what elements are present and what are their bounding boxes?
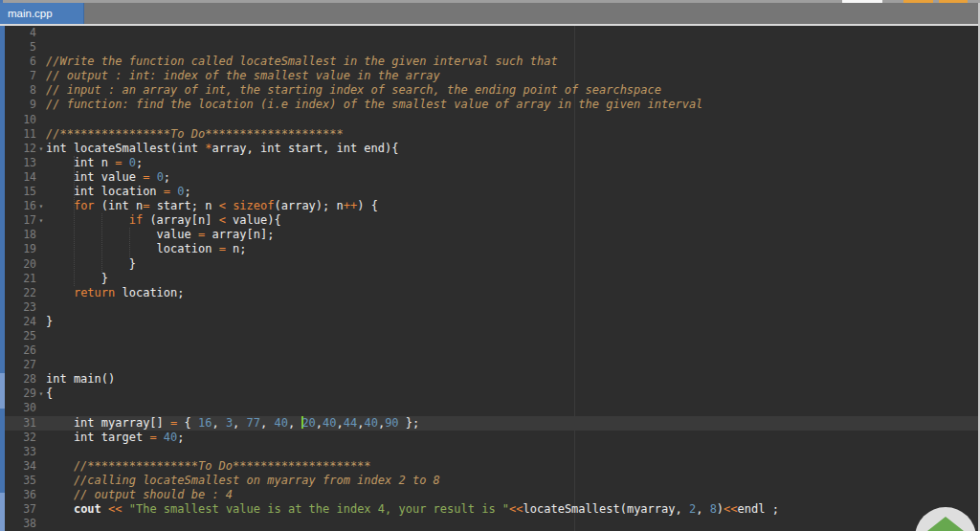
code-line[interactable]: 20 } xyxy=(0,257,978,272)
gutter: 12▾ xyxy=(0,142,46,156)
code-text: // output : int: index of the smallest v… xyxy=(46,69,440,83)
code-line[interactable]: 29▾{ xyxy=(0,387,978,401)
code-text: } xyxy=(46,272,108,286)
fold-spacer xyxy=(36,113,46,127)
code-line[interactable]: 16▾ for (int n= start; n < sizeof(array)… xyxy=(0,199,978,213)
code-line[interactable]: 22 return location; xyxy=(0,286,978,300)
line-number: 29 xyxy=(0,387,36,401)
code-text: int main() xyxy=(46,372,115,387)
gutter: 32 xyxy=(0,431,46,445)
code-line[interactable]: 4 xyxy=(0,26,978,40)
code-line[interactable]: 14 int value = 0; xyxy=(0,170,978,185)
line-number: 35 xyxy=(0,474,36,488)
code-line[interactable]: 15 int location = 0; xyxy=(0,185,978,199)
code-line[interactable]: 21 } xyxy=(0,272,978,286)
line-number: 22 xyxy=(0,286,36,300)
code-line[interactable]: 11//****************To Do***************… xyxy=(0,127,978,142)
line-number: 7 xyxy=(0,69,36,83)
code-line[interactable]: 9// function: find the location (i.e ind… xyxy=(0,98,978,112)
gutter: 18 xyxy=(0,228,46,242)
fold-spacer xyxy=(36,83,46,98)
line-number: 26 xyxy=(0,343,36,358)
line-number: 6 xyxy=(0,55,36,69)
fold-spacer xyxy=(36,315,46,329)
fold-spacer xyxy=(36,242,46,256)
gutter: 24 xyxy=(0,315,46,329)
fold-spacer xyxy=(36,488,46,502)
background-window-left-edge-segment xyxy=(0,493,5,531)
gutter: 33 xyxy=(0,445,46,459)
code-line[interactable]: 30 xyxy=(0,401,978,415)
fold-arrow-icon[interactable]: ▾ xyxy=(36,387,46,401)
code-line[interactable]: 12▾int locateSmallest(int *array, int st… xyxy=(0,142,978,156)
code-line[interactable]: 38 xyxy=(0,517,978,531)
code-text: value = array[n]; xyxy=(46,228,274,242)
line-number: 30 xyxy=(0,401,36,415)
code-text: cout << "The smallest value is at the in… xyxy=(46,502,779,517)
fold-spacer xyxy=(36,431,46,445)
fold-arrow-icon[interactable]: ▾ xyxy=(36,142,46,156)
code-line[interactable]: 32 int target = 40; xyxy=(0,431,978,445)
gutter: 25 xyxy=(0,329,46,343)
fold-spacer xyxy=(36,185,46,199)
code-line[interactable]: 6//Write the function called locateSmall… xyxy=(0,55,978,69)
tab-main-cpp[interactable]: main.cpp xyxy=(0,3,84,24)
gutter: 7 xyxy=(0,69,46,83)
code-line[interactable]: 10 xyxy=(0,113,978,127)
code-line[interactable]: 31 int myarray[] = { 16, 3, 77, 40, 20,4… xyxy=(0,416,978,431)
code-line[interactable]: 5 xyxy=(0,40,978,55)
gutter: 20 xyxy=(0,257,46,272)
code-text: location = n; xyxy=(46,242,247,256)
line-number: 4 xyxy=(0,26,36,40)
code-editor[interactable]: 456//Write the function called locateSma… xyxy=(0,26,978,531)
line-number: 16 xyxy=(0,199,36,213)
code-area[interactable]: 456//Write the function called locateSma… xyxy=(0,26,978,531)
gutter: 30 xyxy=(0,401,46,415)
code-line[interactable]: 26 xyxy=(0,343,978,358)
line-number: 33 xyxy=(0,445,36,459)
fold-spacer xyxy=(36,401,46,415)
fold-arrow-icon[interactable]: ▾ xyxy=(36,199,46,213)
code-line[interactable]: 27 xyxy=(0,358,978,372)
background-white-fragment xyxy=(842,0,882,3)
code-line[interactable]: 24} xyxy=(0,315,978,329)
code-text: //****************To Do*****************… xyxy=(46,127,344,142)
code-line[interactable]: 25 xyxy=(0,329,978,343)
gutter: 10 xyxy=(0,113,46,127)
line-number: 10 xyxy=(0,113,36,127)
code-line[interactable]: 36 // output should be : 4 xyxy=(0,488,978,502)
code-line[interactable]: 35 //calling locateSmallest on myarray f… xyxy=(0,474,978,488)
code-line[interactable]: 23 xyxy=(0,300,978,315)
gutter: 28 xyxy=(0,372,46,387)
gutter: 26 xyxy=(0,343,46,358)
code-line[interactable]: 28int main() xyxy=(0,372,978,387)
gutter: 15 xyxy=(0,185,46,199)
line-number: 12 xyxy=(0,142,36,156)
line-number: 20 xyxy=(0,257,36,272)
gutter: 22 xyxy=(0,286,46,300)
code-line[interactable]: 13 int n = 0; xyxy=(0,156,978,170)
line-number: 27 xyxy=(0,358,36,372)
code-line[interactable]: 33 xyxy=(0,445,978,459)
fold-spacer xyxy=(36,98,46,112)
code-line[interactable]: 8// input : an array of int, the startin… xyxy=(0,83,978,98)
fold-arrow-icon[interactable]: ▾ xyxy=(36,213,46,228)
tab-bar-underline xyxy=(0,24,980,26)
code-text: // input : an array of int, the starting… xyxy=(46,83,661,98)
line-number: 9 xyxy=(0,98,36,112)
code-line[interactable]: 19 location = n; xyxy=(0,242,978,256)
code-line[interactable]: 34 //****************To Do**************… xyxy=(0,459,978,474)
fold-spacer xyxy=(36,257,46,272)
fold-spacer xyxy=(36,156,46,170)
line-number: 14 xyxy=(0,170,36,185)
code-line[interactable]: 18 value = array[n]; xyxy=(0,228,978,242)
code-line[interactable]: 37 cout << "The smallest value is at the… xyxy=(0,502,978,517)
gutter: 14 xyxy=(0,170,46,185)
tab-bar: main.cpp xyxy=(0,3,980,24)
fold-spacer xyxy=(36,474,46,488)
fold-spacer xyxy=(36,502,46,517)
code-line[interactable]: 7// output : int: index of the smallest … xyxy=(0,69,978,83)
background-window-left-edge xyxy=(0,26,5,531)
code-line[interactable]: 17▾ if (array[n] < value){ xyxy=(0,213,978,228)
fold-spacer xyxy=(36,127,46,142)
